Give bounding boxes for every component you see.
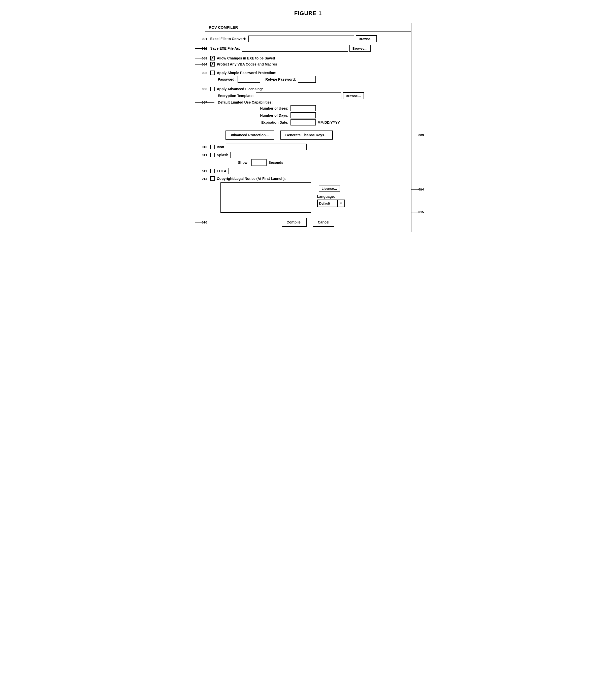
- browse-excel-button[interactable]: Browse…: [356, 35, 377, 42]
- cancel-button[interactable]: Cancel: [313, 218, 334, 227]
- encryption-template-row: Encryption Template: Browse…: [218, 92, 406, 99]
- row-excel-file: 001 Excel File to Convert: Browse…: [210, 35, 406, 42]
- eula-label: EULA: [217, 169, 226, 173]
- icon-input[interactable]: [226, 144, 307, 150]
- allow-changes-checkbox[interactable]: [210, 56, 215, 60]
- eula-input[interactable]: [228, 168, 309, 174]
- window-title: ROV COMPILER: [205, 23, 411, 32]
- expiration-row: Expiration Date: MM/DD/YYYY: [253, 120, 406, 126]
- expiration-label: Expiration Date:: [253, 121, 289, 125]
- page-title: FIGURE 1: [294, 10, 322, 17]
- save-exe-label: Save EXE File As:: [210, 46, 240, 50]
- password-label: Password:: [218, 77, 236, 81]
- language-label: Language:: [317, 194, 335, 198]
- num-uses-row: Number of Uses:: [253, 105, 406, 111]
- copyright-checkbox[interactable]: [210, 176, 215, 181]
- row-copyright: 013 Copyright/Legal Notice (At First Lau…: [210, 176, 406, 181]
- row-num-008: 008: [222, 133, 237, 137]
- action-buttons-row: 008 Advanced Protection… Generate Licens…: [225, 131, 406, 140]
- row-default-limited: 007 Default Limited Use Capabilities:: [218, 100, 406, 104]
- row-save-exe: 002 Save EXE File As: Browse…: [210, 45, 406, 52]
- advanced-licensing-label: Apply Advanced Licensing:: [217, 87, 263, 91]
- protect-vba-checkbox[interactable]: [210, 62, 215, 66]
- browse-encryption-button[interactable]: Browse…: [343, 92, 364, 99]
- password-fields-row: Password: Retype Password:: [218, 76, 406, 83]
- splash-input[interactable]: [230, 152, 311, 158]
- row-compile: 016 Compile! Cancel: [210, 218, 406, 227]
- seconds-label: Seconds: [269, 161, 283, 165]
- row-eula: 012 EULA: [210, 168, 406, 174]
- save-exe-input[interactable]: [242, 45, 348, 52]
- num-days-input[interactable]: [291, 112, 316, 119]
- splash-label: Splash: [217, 153, 228, 157]
- default-limited-label: Default Limited Use Capabilities:: [218, 100, 273, 104]
- row-protect-vba: 004 Protect Any VBA Codes and Macros: [210, 62, 406, 66]
- encryption-template-label: Encryption Template:: [218, 94, 254, 98]
- seconds-input[interactable]: [252, 159, 267, 166]
- main-window: ROV COMPILER 001 Excel File to Convert: …: [205, 23, 411, 232]
- retype-password-input[interactable]: [298, 76, 316, 83]
- language-dropdown-arrow[interactable]: ▼: [337, 200, 344, 207]
- row-advanced-licensing: 006 Apply Advanced Licensing:: [210, 87, 406, 91]
- language-select[interactable]: Default ▼: [317, 199, 345, 207]
- password-input[interactable]: [237, 76, 260, 83]
- limited-use-fields: Number of Uses: Number of Days: Expirati…: [253, 105, 406, 126]
- copyright-area: License… 014 Language: Default ▼ 015: [210, 182, 406, 213]
- num-uses-label: Number of Uses:: [253, 106, 289, 110]
- show-seconds-row: Show Seconds: [238, 159, 406, 166]
- icon-checkbox[interactable]: [210, 145, 215, 149]
- row-splash: 011 Splash: [210, 152, 406, 158]
- retype-password-label: Retype Password:: [265, 77, 296, 81]
- allow-changes-label: Allow Changes in EXE to be Saved: [217, 56, 275, 60]
- row-icon: 010 Icon: [210, 144, 406, 150]
- show-label: Show: [238, 161, 248, 165]
- compile-button[interactable]: Compile!: [282, 218, 307, 227]
- language-select-text: Default: [318, 201, 337, 205]
- row-simple-password: 005 Apply Simple Password Protection:: [210, 71, 406, 75]
- copyright-label: Copyright/Legal Notice (At First Launch)…: [217, 177, 286, 181]
- simple-password-checkbox[interactable]: [210, 71, 215, 75]
- excel-file-input[interactable]: [249, 36, 354, 42]
- copyright-textarea[interactable]: [220, 182, 311, 213]
- simple-password-label: Apply Simple Password Protection:: [217, 71, 277, 75]
- splash-checkbox[interactable]: [210, 153, 215, 157]
- browse-save-button[interactable]: Browse…: [349, 45, 370, 52]
- icon-label: Icon: [217, 145, 224, 149]
- excel-file-label: Excel File to Convert:: [210, 37, 247, 41]
- num-days-label: Number of Days:: [253, 114, 289, 118]
- eula-checkbox[interactable]: [210, 169, 215, 173]
- protect-vba-label: Protect Any VBA Codes and Macros: [217, 62, 277, 66]
- row-allow-changes: 003 Allow Changes in EXE to be Saved: [210, 56, 406, 60]
- num-days-row: Number of Days:: [253, 112, 406, 119]
- generate-license-keys-button[interactable]: Generate License Keys…: [280, 131, 333, 140]
- advanced-licensing-checkbox[interactable]: [210, 87, 215, 91]
- date-format-label: MM/DD/YYYY: [318, 121, 340, 125]
- license-button[interactable]: License…: [319, 185, 340, 192]
- expiration-input[interactable]: [291, 120, 316, 126]
- encryption-template-input[interactable]: [256, 92, 341, 99]
- num-uses-input[interactable]: [291, 105, 316, 111]
